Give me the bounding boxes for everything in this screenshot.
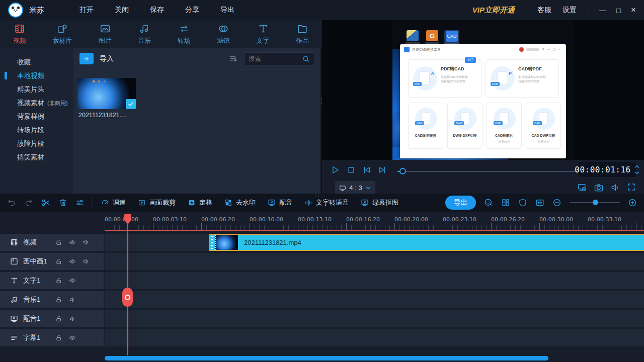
track-lane-dub[interactable] — [105, 310, 644, 327]
sidebar-item-glitch[interactable]: 故障片段 — [0, 137, 73, 150]
zoom-out-icon[interactable] — [552, 198, 561, 207]
tool-tts[interactable]: 文字转语音 — [304, 198, 349, 207]
redo-icon[interactable] — [24, 198, 33, 207]
track-lane-video[interactable]: 202111231821.mp4 — [105, 234, 644, 251]
seek-knob[interactable] — [399, 168, 406, 174]
seek-slider[interactable] — [397, 171, 604, 172]
sidebar-item-backgrounds[interactable]: 背景样例 — [0, 110, 73, 123]
lock-icon[interactable] — [55, 315, 62, 322]
eye-icon[interactable] — [69, 239, 76, 246]
track-lane-pip[interactable] — [105, 253, 644, 270]
preview-desktop-icon-app: G — [425, 30, 440, 45]
speaker-icon[interactable] — [83, 239, 90, 246]
tool-watermark[interactable]: 去水印 — [224, 198, 256, 207]
tab-filter[interactable]: 滤镜 — [217, 23, 230, 45]
maximize-button[interactable]: □ — [616, 6, 621, 15]
import-button[interactable] — [79, 53, 94, 64]
sidebar-item-video-assets[interactable]: 视频素材(非商用) — [0, 96, 73, 110]
search-box[interactable] — [244, 52, 314, 65]
export-button[interactable]: 导出 — [445, 196, 476, 210]
menu-open[interactable]: 打开 — [79, 6, 94, 15]
app-logo[interactable] — [8, 3, 23, 18]
lock-icon[interactable] — [55, 277, 62, 284]
eye-icon[interactable] — [69, 277, 76, 284]
tab-text[interactable]: 文字 — [257, 23, 270, 45]
tab-library[interactable]: 素材库 — [52, 23, 72, 45]
menu-close[interactable]: 关闭 — [115, 6, 129, 15]
stop-button[interactable] — [347, 165, 356, 174]
label: 精美片头 — [17, 85, 44, 93]
search-input[interactable] — [249, 55, 302, 62]
track-lane-text[interactable] — [105, 272, 644, 289]
speaker-icon[interactable] — [83, 258, 90, 265]
clip-trim-handle[interactable] — [211, 236, 213, 249]
panel-resize-handle[interactable]: ⋮ — [318, 99, 322, 103]
video-clip[interactable]: 202111231821.mp4 — [209, 234, 644, 251]
reel-icon[interactable] — [484, 198, 493, 207]
playhead-handle[interactable] — [122, 288, 133, 307]
eye-icon[interactable] — [69, 258, 76, 265]
cut-icon[interactable] — [41, 198, 50, 207]
play-button[interactable] — [330, 165, 340, 175]
timeline-resize-handle[interactable]: ···· — [315, 192, 326, 199]
track-lane-music[interactable] — [105, 291, 644, 308]
vip-upgrade-button[interactable]: VIP立即开通 — [472, 6, 515, 15]
eye-icon[interactable] — [69, 334, 76, 341]
track-lane-subtitle[interactable] — [105, 329, 644, 346]
lock-icon[interactable] — [55, 239, 62, 246]
tab-image[interactable]: 图片 — [99, 23, 112, 45]
aspect-ratio-select[interactable]: 4 : 3 — [335, 181, 375, 195]
tool-crop[interactable]: 画面裁剪 — [138, 198, 176, 207]
sidebar-item-favorites[interactable]: 收藏 — [0, 55, 73, 69]
speaker-icon[interactable] — [69, 315, 76, 322]
volume-icon[interactable] — [610, 183, 620, 193]
tab-works[interactable]: 作品 — [296, 23, 309, 45]
lock-icon[interactable] — [55, 258, 62, 265]
timeline-scrollbar[interactable] — [105, 356, 548, 360]
menu-save[interactable]: 保存 — [150, 6, 164, 15]
tab-music[interactable]: 音乐 — [138, 23, 151, 45]
lock-icon[interactable] — [55, 334, 62, 341]
tool-speed[interactable]: 调速 — [101, 198, 126, 207]
display-settings-icon[interactable] — [577, 183, 587, 193]
delete-icon[interactable] — [58, 198, 67, 207]
sidebar-item-transitions[interactable]: 转场片段 — [0, 123, 73, 137]
timecode-down-icon[interactable] — [634, 170, 640, 176]
lock-icon[interactable] — [55, 296, 62, 303]
tab-label: 文字 — [257, 36, 270, 45]
menu-share[interactable]: 分享 — [185, 6, 199, 15]
zoom-knob[interactable] — [593, 200, 598, 205]
close-button[interactable]: × — [631, 5, 636, 15]
settings-button[interactable]: 设置 — [562, 6, 577, 15]
zoom-in-icon[interactable] — [628, 198, 637, 207]
fit-timeline-icon[interactable] — [535, 198, 544, 207]
timeline-zoom-slider[interactable] — [570, 202, 620, 203]
adjust-icon[interactable] — [75, 198, 85, 207]
selected-check-badge[interactable] — [126, 99, 136, 109]
sidebar-item-intros[interactable]: 精美片头 — [0, 82, 73, 96]
sidebar-item-funny[interactable]: 搞笑素材 — [0, 150, 73, 164]
label: 转场片段 — [17, 126, 44, 134]
timecode-value[interactable]: 00:00:01:16 — [575, 165, 630, 174]
menu-export[interactable]: 导出 — [220, 6, 234, 15]
undo-icon[interactable] — [7, 198, 16, 207]
next-frame-button[interactable] — [378, 165, 387, 174]
tool-chroma[interactable]: 绿幕抠图 — [361, 198, 398, 207]
snapshot-icon[interactable] — [594, 183, 604, 193]
media-item[interactable] — [77, 78, 136, 109]
sort-icon[interactable] — [229, 54, 238, 63]
tab-transition[interactable]: 转场 — [178, 23, 191, 45]
timecode-up-icon[interactable] — [634, 163, 640, 169]
timecode-box[interactable]: 00:00:01:16 — [579, 162, 636, 177]
storyboard-icon[interactable] — [501, 198, 510, 207]
tool-freeze[interactable]: 定格 — [188, 198, 212, 207]
minimize-button[interactable]: — — [599, 6, 606, 14]
speaker-icon[interactable] — [69, 296, 76, 303]
support-button[interactable]: 客服 — [537, 6, 551, 15]
sidebar-item-local-video[interactable]: 本地视频 — [0, 69, 73, 82]
tool-dub[interactable]: 配音 — [268, 198, 292, 207]
prev-frame-button[interactable] — [362, 165, 371, 174]
tab-video[interactable]: 视频 — [13, 23, 26, 45]
shield-icon[interactable] — [518, 198, 527, 207]
fullscreen-icon[interactable] — [627, 183, 636, 192]
